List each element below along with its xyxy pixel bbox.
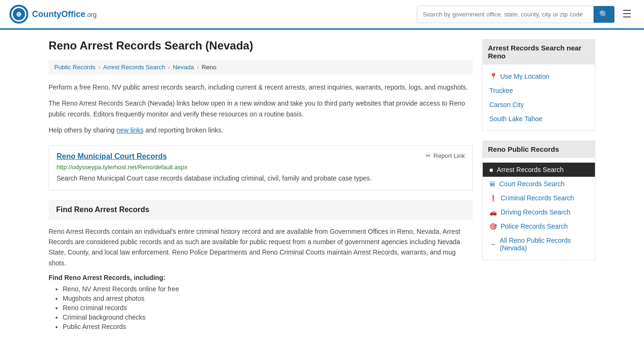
- header: ⊕ CountyOffice.org 🔍 ☰: [0, 0, 644, 30]
- sidebar-item-arrest-records[interactable]: ■ Arrest Records Search: [483, 163, 595, 177]
- sidebar-item-icon-court: 🏛: [489, 181, 495, 188]
- logo-icon: ⊕: [9, 5, 28, 24]
- sidebar-item-icon-police: 🎯: [489, 223, 497, 230]
- sidebar-item-criminal-records[interactable]: ❗ Criminal Records Search: [483, 191, 595, 205]
- find-title: Find Reno Arrest Records: [56, 206, 465, 214]
- search-button[interactable]: 🔍: [594, 6, 614, 23]
- sidebar-item-police-records[interactable]: 🎯 Police Records Search: [483, 219, 595, 233]
- near-reno-south-lake-tahoe[interactable]: South Lake Tahoe: [483, 112, 595, 126]
- sidebar-item-icon-criminal: ❗: [489, 195, 497, 202]
- list-item: Criminal background checks: [63, 313, 473, 321]
- sidebar-reno-records-content: ■ Arrest Records Search 🏛 Court Records …: [482, 158, 595, 260]
- sidebar-reno-public-records: Reno Public Records ■ Arrest Records Sea…: [482, 140, 595, 260]
- breadcrumb-sep-3: ›: [197, 64, 198, 71]
- all-records-icon: →: [489, 240, 496, 248]
- report-link[interactable]: ✂ Report Link: [426, 152, 465, 159]
- search-input[interactable]: [417, 7, 594, 22]
- list-item: Reno criminal records: [63, 304, 473, 312]
- breadcrumb-public-records[interactable]: Public Records: [54, 64, 95, 71]
- sidebar-item-label-driving: Driving Records Search: [501, 208, 570, 216]
- search-bar: 🔍: [417, 6, 615, 23]
- breadcrumb-arrest-records[interactable]: Arrest Records Search: [103, 64, 165, 71]
- list-item: Reno, NV Arrest Records online for free: [63, 285, 473, 293]
- use-location[interactable]: 📍 Use My Location: [483, 69, 595, 83]
- find-body: Reno Arrest Records contain an individua…: [49, 226, 473, 269]
- breadcrumb-sep-1: ›: [98, 64, 100, 71]
- sidebar-all-records[interactable]: → All Reno Public Records (Nevada): [483, 233, 595, 255]
- intro-paragraph-3: Help others by sharing new links and rep…: [49, 125, 473, 135]
- logo-area: ⊕ CountyOffice.org: [9, 5, 97, 24]
- all-records-link[interactable]: All Reno Public Records (Nevada): [500, 237, 588, 252]
- location-icon: 📍: [489, 73, 497, 80]
- sidebar-item-label-police: Police Records Search: [501, 222, 568, 230]
- near-reno-links: Truckee Carson City South Lake Tahoe: [483, 83, 595, 126]
- sidebar-item-label-arrest: Arrest Records Search: [497, 166, 564, 173]
- sidebar-near-reno-heading: Arrest Records Search near Reno: [482, 39, 595, 65]
- sidebar-near-reno-content: 📍 Use My Location Truckee Carson City So…: [482, 65, 595, 131]
- sidebar: Arrest Records Search near Reno 📍 Use My…: [482, 39, 595, 332]
- find-list: Reno, NV Arrest Records online for free …: [49, 285, 473, 330]
- content-area: Reno Arrest Records Search (Nevada) Publ…: [49, 39, 473, 332]
- sidebar-item-label-court: Court Records Search: [499, 180, 565, 188]
- use-location-label: Use My Location: [500, 73, 549, 80]
- main-container: Reno Arrest Records Search (Nevada) Publ…: [39, 30, 605, 342]
- page-title: Reno Arrest Records Search (Nevada): [49, 39, 473, 52]
- breadcrumb: Public Records › Arrest Records Search ›…: [49, 60, 473, 74]
- sidebar-item-icon-arrest: ■: [489, 166, 493, 173]
- sidebar-item-icon-driving: 🚗: [489, 209, 497, 216]
- sidebar-item-label-criminal: Criminal Records Search: [501, 194, 574, 202]
- near-reno-truckee[interactable]: Truckee: [483, 83, 595, 98]
- report-icon: ✂: [426, 152, 431, 159]
- sidebar-item-court-records[interactable]: 🏛 Court Records Search: [483, 177, 595, 191]
- record-link-card: Reno Municipal Court Records ✂ Report Li…: [49, 145, 473, 190]
- record-link-title[interactable]: Reno Municipal Court Records: [57, 152, 167, 161]
- breadcrumb-sep-2: ›: [168, 64, 170, 71]
- find-section-heading: Find Reno Arrest Records: [49, 200, 473, 220]
- breadcrumb-reno: Reno: [202, 64, 216, 71]
- record-link-header: Reno Municipal Court Records ✂ Report Li…: [57, 152, 465, 161]
- logo-text: CountyOffice.org: [32, 9, 97, 19]
- record-desc: Search Reno Municipal Court case records…: [57, 173, 465, 183]
- intro-paragraph-2: The Reno Arrest Records Search (Nevada) …: [49, 98, 473, 119]
- header-right: 🔍 ☰: [417, 5, 635, 23]
- intro-paragraph-1: Perform a free Reno, NV public arrest re…: [49, 82, 473, 92]
- sidebar-reno-records-heading: Reno Public Records: [482, 140, 595, 158]
- find-subheading: Find Reno Arrest Records, including:: [49, 274, 473, 281]
- new-links-link[interactable]: new links: [116, 126, 144, 134]
- report-label: Report Link: [434, 152, 465, 159]
- menu-icon[interactable]: ☰: [619, 5, 635, 23]
- near-reno-carson-city[interactable]: Carson City: [483, 98, 595, 112]
- breadcrumb-nevada[interactable]: Nevada: [173, 64, 194, 71]
- sidebar-item-driving-records[interactable]: 🚗 Driving Records Search: [483, 205, 595, 219]
- record-url: http://odysseypa.tylerhost.net/Reno/defa…: [57, 164, 465, 171]
- svg-text:⊕: ⊕: [16, 10, 22, 18]
- list-item: Public Arrest Records: [63, 323, 473, 330]
- sidebar-near-reno: Arrest Records Search near Reno 📍 Use My…: [482, 39, 595, 131]
- list-item: Mugshots and arrest photos: [63, 295, 473, 302]
